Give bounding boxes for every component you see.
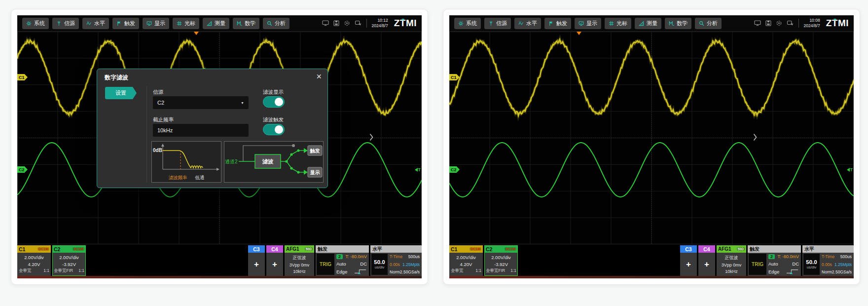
expand-panel-chevron[interactable]	[369, 133, 373, 143]
channel-box-c4[interactable]: C4 +	[266, 245, 283, 276]
menu-bar: 系统 信源 水平 触发 显示 光标 测量 数学 分析 10:08 2024	[449, 15, 854, 31]
menu-math-button[interactable]: 数学	[665, 18, 691, 29]
time-per-div-box: 50.0us/div	[803, 254, 820, 275]
touch-rotate-icon[interactable]	[344, 20, 351, 26]
channel-box-c3[interactable]: C3 +	[248, 245, 265, 276]
channel-box-c1[interactable]: C1DC1M 2.00V/div4.20V全带宽1:1	[449, 245, 483, 276]
spacer	[87, 245, 247, 276]
brand-logo: ZTMI	[392, 18, 417, 29]
coupling-badge: DC1M	[470, 247, 481, 251]
menu-cursor-button[interactable]: 光标	[605, 18, 631, 29]
horizontal-block[interactable]: 水平 50.0us/div T-Time500us 0.00s1.25Mpts …	[802, 245, 854, 276]
trigger-level-marker[interactable]: T	[415, 167, 421, 172]
trigger-block[interactable]: 触发 TRIG 2T: -80.0mV AutoDC Edge	[748, 245, 801, 276]
trigger-position-marker[interactable]	[577, 32, 581, 35]
response-labels: 滤波频率 低通	[152, 175, 221, 181]
trigger-level-marker[interactable]: T	[847, 167, 853, 172]
menu-math-button[interactable]: 数学	[233, 18, 259, 29]
touch-rotate-icon[interactable]	[776, 20, 783, 26]
offset-value: -3.92V	[62, 262, 76, 267]
sample-rate: 2.50GSa/s	[400, 269, 420, 274]
close-icon[interactable]: ×	[314, 70, 324, 83]
menu-cursor-button[interactable]: 光标	[173, 18, 199, 29]
channel-box-c3[interactable]: C3 +	[680, 245, 697, 276]
filter-response-diagram: 0dB 滤波频率 低通	[151, 141, 221, 183]
trigger-block[interactable]: 触发 TRIG 2T: -80.0mV AutoDC Edge	[316, 245, 369, 276]
offset-value: 4.20V	[28, 262, 40, 267]
waveform-grid-svg	[449, 32, 854, 244]
page: 系统 信源 水平 触发 显示 光标 测量 数学 分析 10:12 2024	[0, 0, 868, 285]
memory-depth: 1.25Mpts	[834, 262, 852, 267]
afg-box[interactable]: AFG150Ω 正弦波3Vpp 0mv10kHz	[285, 245, 314, 276]
menu-system-button[interactable]: 系统	[22, 18, 49, 29]
bandwidth: 全带宽FIR	[54, 268, 73, 274]
screencast-icon[interactable]	[754, 20, 761, 26]
add-channel-button[interactable]: +	[698, 253, 715, 276]
dialog-divider	[146, 86, 147, 183]
rising-edge-icon	[786, 268, 799, 274]
lowpass-caption: 低通	[195, 175, 205, 181]
menu-source-button[interactable]: 信源	[484, 18, 511, 29]
tab-settings[interactable]: 设置	[105, 87, 137, 99]
cutoff-frequency-input[interactable]: 10kHz	[153, 124, 249, 137]
t-time-label: T-Time	[390, 254, 402, 259]
add-channel-button[interactable]: +	[266, 253, 283, 276]
menubar-right: 10:12 2024/8/7 ZTMI	[322, 18, 417, 29]
waveform-display[interactable]: C1 C2 T	[449, 31, 854, 244]
status-bar: C1DC1M 2.00V/div4.20V全带宽1:1 C2DC1M 2.00V…	[449, 244, 854, 276]
menu-display-button[interactable]: 显示	[143, 18, 169, 29]
afg-frequency: 10kHz	[725, 269, 738, 274]
rising-edge-icon	[354, 268, 367, 274]
waveform-display[interactable]: C1 C2 T 数字滤波 × 设置 信源 C2▼ 截止频率 10kHz 滤波显示	[17, 31, 422, 244]
menu-analysis-button[interactable]: 分析	[695, 18, 722, 29]
add-channel-button[interactable]: +	[248, 253, 265, 276]
offset-value: 4.20V	[460, 262, 472, 267]
menu-analysis-button[interactable]: 分析	[263, 18, 289, 29]
filter-display-label: 滤波显示	[263, 89, 284, 96]
channel-box-c4[interactable]: C4 +	[698, 245, 715, 276]
menu-trigger-button[interactable]: 触发	[544, 18, 571, 29]
volts-per-div: 2.00V/div	[24, 255, 44, 260]
oscilloscope-ui-left: 系统 信源 水平 触发 显示 光标 测量 数学 分析 10:12 2024	[17, 15, 422, 278]
channel-box-c2[interactable]: C2DC1M 2.00V/div-3.92V全带宽FIR1:1	[484, 245, 518, 276]
touch-gesture-icon[interactable]	[787, 20, 794, 26]
clock-time: 10:08	[804, 18, 820, 23]
acq-mode: Norm	[822, 269, 832, 274]
scope-screenshot-left: 系统 信源 水平 触发 显示 光标 测量 数学 分析 10:12 2024	[11, 9, 428, 285]
touch-gesture-icon[interactable]	[355, 20, 362, 26]
storage-icon[interactable]	[333, 20, 340, 26]
filter-display-toggle[interactable]	[263, 96, 285, 108]
screencast-icon[interactable]	[322, 20, 329, 26]
clock-date: 2024/8/7	[804, 23, 820, 29]
delay-value: 0.00s	[822, 262, 832, 267]
response-0db-label: 0dB	[153, 148, 162, 153]
menu-source-button[interactable]: 信源	[52, 18, 79, 29]
trigger-coupling: DC	[360, 261, 367, 267]
storage-icon[interactable]	[765, 20, 772, 26]
trigger-source-badge: 2	[336, 254, 343, 259]
add-channel-button[interactable]: +	[680, 253, 697, 276]
channel-box-c2[interactable]: C2DC1M 2.00V/div-3.92V全带宽FIR1:1	[52, 245, 86, 276]
afg-waveform: 正弦波	[725, 255, 738, 261]
channel2-input-label: 通道2	[225, 159, 238, 164]
measure-icon	[639, 21, 644, 26]
menu-horizontal-button[interactable]: 水平	[514, 18, 541, 29]
afg-name: AFG1	[286, 246, 299, 252]
channel-box-c1[interactable]: C1DC1M 2.00V/div4.20V全带宽1:1	[17, 245, 51, 276]
source-select[interactable]: C2▼	[153, 96, 249, 109]
volts-per-div: 2.00V/div	[59, 255, 79, 260]
menu-measure-button[interactable]: 测量	[635, 18, 661, 29]
afg-box[interactable]: AFG150Ω 正弦波3Vpp 0mv10kHz	[717, 245, 746, 276]
horizontal-wave-icon	[518, 21, 524, 26]
menu-system-button[interactable]: 系统	[454, 18, 481, 29]
menu-horizontal-button[interactable]: 水平	[82, 18, 109, 29]
filter-trigger-toggle[interactable]	[263, 124, 285, 135]
expand-panel-chevron[interactable]	[753, 133, 757, 143]
menu-measure-button[interactable]: 测量	[203, 18, 229, 29]
probe-ratio: 1:1	[43, 268, 49, 274]
horizontal-block[interactable]: 水平 50.0us/div T-Time500us 0.00s1.25Mpts …	[370, 245, 422, 276]
trigger-position-marker[interactable]	[194, 32, 199, 35]
menu-trigger-button[interactable]: 触发	[112, 18, 139, 29]
menu-display-button[interactable]: 显示	[575, 18, 601, 29]
time-per-div-box: 50.0us/div	[371, 254, 388, 275]
